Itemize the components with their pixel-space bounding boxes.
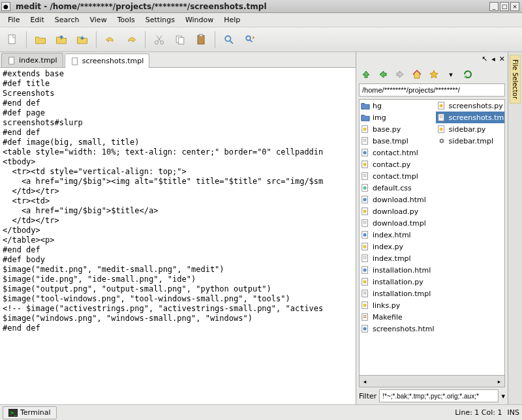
nav-up-icon[interactable] xyxy=(359,67,373,82)
file-item[interactable]: installation.html xyxy=(360,264,436,276)
nav-forward-icon[interactable] xyxy=(393,67,407,82)
file-item[interactable]: contact.html xyxy=(360,147,436,158)
menubar: FileEditSearchViewToolsSettingsWindowHel… xyxy=(0,13,522,27)
menu-settings[interactable]: Settings xyxy=(140,14,180,25)
filter-input[interactable] xyxy=(379,389,499,402)
svg-point-42 xyxy=(363,327,367,330)
editor-textarea[interactable]: #extends base #def title Screenshots #en… xyxy=(0,68,356,404)
svg-point-49 xyxy=(440,140,442,142)
file-item[interactable]: screenshots.py xyxy=(436,100,505,112)
file-item[interactable]: index.py xyxy=(360,241,436,252)
side-tab-strip: File Selector xyxy=(508,52,522,404)
file-item[interactable]: base.py xyxy=(360,123,436,135)
file-item[interactable]: download.html xyxy=(360,194,436,205)
svg-point-22 xyxy=(363,198,367,201)
file-item[interactable]: index.html xyxy=(360,229,436,241)
filter-dropdown-icon[interactable]: ▾ xyxy=(501,392,505,400)
svg-rect-4 xyxy=(179,37,184,44)
file-list[interactable]: hgimgbase.pybase.tmplcontact.htmlcontact… xyxy=(359,99,505,376)
path-field-container xyxy=(359,83,505,98)
svg-point-29 xyxy=(363,245,367,248)
svg-point-34 xyxy=(363,280,367,283)
svg-rect-45 xyxy=(438,114,444,121)
file-item[interactable]: download.py xyxy=(360,205,436,217)
svg-point-7 xyxy=(225,36,230,41)
file-item[interactable]: screenshots.tmpl xyxy=(436,112,505,123)
svg-point-27 xyxy=(363,233,367,236)
svg-point-20 xyxy=(363,186,367,189)
file-item[interactable]: installation.tmpl xyxy=(360,288,436,299)
paste-button[interactable] xyxy=(191,30,211,50)
window-menu-icon[interactable]: ● xyxy=(1,2,10,11)
scroll-right-icon[interactable]: ▸ xyxy=(494,376,504,387)
file-item[interactable]: sidebar.tmpl xyxy=(436,135,505,147)
file-selector-panel: ↖ ◂ ✕ ▾ hgimgbase.pybase.tmplcontact.htm… xyxy=(356,52,508,404)
find-replace-button[interactable] xyxy=(240,30,260,50)
svg-point-8 xyxy=(246,36,251,40)
file-item[interactable]: installation.py xyxy=(360,276,436,288)
file-item[interactable]: screenshots.html xyxy=(360,323,436,335)
svg-point-17 xyxy=(363,162,367,166)
new-file-button[interactable] xyxy=(3,30,22,50)
file-selector-tab[interactable]: File Selector xyxy=(510,55,521,104)
save-button[interactable] xyxy=(52,30,71,50)
save-as-button[interactable] xyxy=(72,30,92,50)
copy-button[interactable] xyxy=(170,30,190,50)
file-list-hscroll[interactable]: ◂ ▸ xyxy=(359,376,505,387)
panel-undock-icon[interactable]: ↖ xyxy=(482,55,487,63)
menu-view[interactable]: View xyxy=(85,14,112,25)
cut-button[interactable] xyxy=(149,30,169,50)
minimize-button[interactable]: _ xyxy=(489,2,499,11)
nav-bookmark-icon[interactable] xyxy=(427,67,441,82)
file-item[interactable]: contact.py xyxy=(360,158,436,170)
path-input[interactable] xyxy=(359,83,505,97)
file-item[interactable]: contact.tmpl xyxy=(360,170,436,182)
menu-tools[interactable]: Tools xyxy=(112,14,140,25)
file-item[interactable]: sidebar.py xyxy=(436,123,505,135)
menu-window[interactable]: Window xyxy=(180,14,219,25)
file-item[interactable]: base.tmpl xyxy=(360,135,436,147)
file-item[interactable]: download.tmpl xyxy=(360,217,436,229)
svg-rect-40 xyxy=(363,317,367,318)
panel-close-icon[interactable]: ✕ xyxy=(499,55,505,63)
redo-button[interactable] xyxy=(121,30,141,50)
insert-mode[interactable]: INS xyxy=(508,408,519,417)
window-titlebar: ● medit - /home/********/projects/******… xyxy=(0,0,522,13)
menu-search[interactable]: Search xyxy=(50,14,85,25)
menu-help[interactable]: Help xyxy=(219,14,245,25)
cursor-position: Line: 1 Col: 1 xyxy=(455,408,502,417)
file-item[interactable]: Makefile xyxy=(360,311,436,323)
menu-edit[interactable]: Edit xyxy=(25,14,49,25)
file-item[interactable]: img xyxy=(360,112,436,123)
svg-point-32 xyxy=(363,268,367,271)
maximize-button[interactable]: □ xyxy=(500,2,509,11)
scroll-left-icon[interactable]: ◂ xyxy=(360,376,370,387)
nav-dropdown-icon[interactable]: ▾ xyxy=(444,67,458,82)
svg-rect-13 xyxy=(362,138,368,145)
svg-rect-6 xyxy=(200,34,203,36)
terminal-icon: >_ xyxy=(8,409,18,417)
svg-rect-35 xyxy=(362,290,368,297)
close-window-button[interactable]: × xyxy=(510,2,519,11)
file-item[interactable]: default.css xyxy=(360,182,436,194)
nav-reload-icon[interactable] xyxy=(461,67,475,82)
file-item[interactable]: links.py xyxy=(360,299,436,311)
svg-point-24 xyxy=(363,209,367,213)
editor-tab[interactable]: index.tmpl xyxy=(1,53,63,67)
undo-button[interactable] xyxy=(100,30,120,50)
file-item[interactable]: index.tmpl xyxy=(360,252,436,264)
open-button[interactable] xyxy=(31,30,50,50)
editor-tab[interactable]: screenshots.tmpl xyxy=(65,53,150,68)
svg-text:>_: >_ xyxy=(10,410,18,416)
find-button[interactable] xyxy=(219,30,239,50)
svg-rect-18 xyxy=(362,173,368,180)
toolbar xyxy=(0,27,522,52)
file-item[interactable]: hg xyxy=(360,100,436,112)
terminal-button[interactable]: >_ Terminal xyxy=(3,406,57,419)
menu-file[interactable]: File xyxy=(3,14,25,25)
nav-back-icon[interactable] xyxy=(376,67,390,82)
panel-min-icon[interactable]: ◂ xyxy=(491,55,495,63)
editor-pane: index.tmplscreenshots.tmpl #extends base… xyxy=(0,52,356,404)
svg-point-15 xyxy=(363,151,367,154)
nav-home-icon[interactable] xyxy=(410,67,424,82)
